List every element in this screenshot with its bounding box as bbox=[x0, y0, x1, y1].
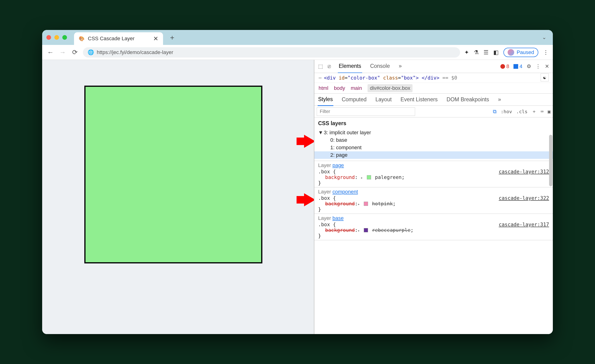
breadcrumb-main[interactable]: main bbox=[351, 85, 362, 91]
annotation-arrow-icon bbox=[304, 193, 315, 206]
toggle-layers-icon[interactable]: ⧉ bbox=[493, 109, 497, 114]
tab-close-icon[interactable]: ✕ bbox=[153, 35, 158, 42]
minimize-window-button[interactable] bbox=[54, 35, 59, 40]
layer-outer[interactable]: ▼ 3: implicit outer layer bbox=[318, 129, 549, 136]
new-rule-icon[interactable]: ＋ bbox=[532, 108, 536, 115]
paint-icon[interactable]: ⌨ bbox=[541, 109, 544, 114]
avatar-icon bbox=[508, 49, 514, 56]
subtab-computed[interactable]: Computed bbox=[341, 94, 367, 105]
layer-link-component[interactable]: component bbox=[333, 189, 358, 195]
maximize-window-button[interactable] bbox=[62, 35, 67, 40]
layer-item-page[interactable]: 2: page bbox=[314, 151, 553, 159]
reload-button[interactable]: ⟳ bbox=[71, 48, 79, 56]
color-swatch-icon[interactable] bbox=[364, 228, 368, 232]
subtab-layout[interactable]: Layout bbox=[375, 94, 392, 105]
tabs-dropdown-icon[interactable]: ⌄ bbox=[542, 34, 546, 41]
rule-selector: .box { bbox=[318, 169, 336, 174]
subtab-styles[interactable]: Styles bbox=[318, 93, 333, 106]
error-count-badge[interactable]: 8 bbox=[500, 63, 509, 69]
device-toggle-icon[interactable]: ⎚ bbox=[328, 63, 331, 69]
source-link[interactable]: cascade-layer:312 bbox=[499, 169, 549, 174]
tab-favicon-icon: 🎨 bbox=[79, 36, 85, 41]
forward-button[interactable]: → bbox=[59, 49, 67, 56]
accessibility-icon[interactable]: ☯ bbox=[541, 74, 549, 81]
css-property: background bbox=[325, 201, 355, 206]
panel-icon[interactable]: ◧ bbox=[493, 49, 499, 56]
close-devtools-icon[interactable]: ✕ bbox=[545, 63, 549, 69]
caret-down-icon: ▼ bbox=[318, 130, 322, 136]
devtools-panel: ⬚ ⎚ Elements Console » 8 4 ⚙ ⋮ ✕ ⋯ bbox=[314, 60, 553, 334]
styles-subtabs: Styles Computed Layout Event Listeners D… bbox=[314, 94, 553, 106]
browser-window: 🎨 CSS Cascade Layer ✕ ＋ ⌄ ← → ⟳ 🌐 https:… bbox=[42, 30, 553, 334]
styles-filter-input[interactable] bbox=[317, 107, 415, 116]
site-info-icon[interactable]: 🌐 bbox=[88, 49, 94, 55]
rule-selector: .box { bbox=[318, 195, 336, 201]
annotation-arrow-icon bbox=[304, 135, 315, 148]
playlist-icon[interactable]: ☰ bbox=[483, 49, 489, 56]
tab-elements[interactable]: Elements bbox=[338, 60, 362, 73]
ellipsis-icon: ⋯ bbox=[319, 75, 322, 81]
cls-toggle[interactable]: .cls bbox=[516, 109, 528, 114]
rule-selector: .box { bbox=[318, 222, 336, 227]
tab-title: CSS Cascade Layer bbox=[88, 35, 150, 42]
address-bar[interactable]: 🌐 https://jec.fyi/demo/cascade-layer bbox=[83, 47, 460, 58]
breadcrumb-html[interactable]: html bbox=[319, 85, 328, 91]
breadcrumb-selected[interactable]: div#color-box.box bbox=[368, 84, 412, 92]
computed-panel-icon[interactable]: ▣ bbox=[548, 109, 551, 114]
new-tab-button[interactable]: ＋ bbox=[169, 33, 176, 42]
back-button[interactable]: ← bbox=[46, 49, 54, 56]
layer-item-base[interactable]: 0: base bbox=[330, 136, 549, 144]
subtab-dom-breakpoints[interactable]: DOM Breakpoints bbox=[446, 94, 489, 105]
tab-overflow-icon[interactable]: » bbox=[398, 60, 403, 73]
window-controls bbox=[46, 35, 67, 40]
css-value: hotpink bbox=[372, 201, 393, 206]
rule-block[interactable]: Layer base .box { cascade-layer:317 back… bbox=[314, 214, 553, 240]
style-rules: Layer page .box { cascade-layer:312 back… bbox=[314, 161, 553, 334]
close-window-button[interactable] bbox=[46, 35, 51, 40]
color-swatch-icon[interactable] bbox=[367, 175, 371, 179]
elements-dom-line[interactable]: ⋯ <div id="color-box" class="box"> </div… bbox=[314, 73, 553, 83]
css-value: palegreen bbox=[375, 174, 402, 180]
source-link[interactable]: cascade-layer:317 bbox=[499, 222, 549, 227]
kebab-menu-icon[interactable]: ⋮ bbox=[543, 49, 549, 56]
browser-tab[interactable]: 🎨 CSS Cascade Layer ✕ bbox=[74, 32, 163, 45]
paused-label: Paused bbox=[517, 49, 534, 55]
css-value: rebeccapurple bbox=[372, 227, 411, 233]
url-text: https://jec.fyi/demo/cascade-layer bbox=[97, 49, 173, 55]
css-layers-title: CSS layers bbox=[318, 119, 549, 129]
breadcrumb-body[interactable]: body bbox=[334, 85, 345, 91]
layer-link-page[interactable]: page bbox=[333, 162, 344, 168]
rule-block[interactable]: Layer component .box { cascade-layer:322… bbox=[314, 187, 553, 214]
color-swatch-icon[interactable] bbox=[364, 202, 368, 206]
flask-icon[interactable]: ⚗ bbox=[474, 49, 479, 56]
tab-strip: 🎨 CSS Cascade Layer ✕ ＋ ⌄ bbox=[42, 30, 553, 45]
styles-filter-row: ⧉ :hov .cls ＋ ⌨ ▣ bbox=[314, 106, 553, 117]
devtools-main-tabs: Elements Console » bbox=[338, 60, 403, 73]
settings-icon[interactable]: ⚙ bbox=[527, 63, 531, 69]
layer-link-base[interactable]: base bbox=[333, 215, 344, 221]
subtab-overflow-icon[interactable]: » bbox=[497, 94, 502, 105]
css-property: background bbox=[325, 227, 355, 233]
css-layers-section: CSS layers ▼ 3: implicit outer layer 0: … bbox=[314, 117, 553, 161]
scrollbar[interactable] bbox=[549, 135, 552, 186]
more-icon[interactable]: ⋮ bbox=[536, 63, 541, 69]
browser-toolbar: ← → ⟳ 🌐 https://jec.fyi/demo/cascade-lay… bbox=[42, 45, 553, 60]
info-count-badge[interactable]: 4 bbox=[513, 63, 522, 69]
subtab-event-listeners[interactable]: Event Listeners bbox=[400, 94, 438, 105]
css-property: background bbox=[325, 174, 355, 180]
tab-console[interactable]: Console bbox=[369, 60, 391, 73]
inspect-icon[interactable]: ⬚ bbox=[318, 63, 323, 69]
toolbar-actions: ✦ ⚗ ☰ ◧ Paused ⋮ bbox=[464, 48, 549, 57]
rule-block[interactable]: Layer page .box { cascade-layer:312 back… bbox=[314, 161, 553, 187]
hov-toggle[interactable]: :hov bbox=[501, 109, 512, 114]
extensions-icon[interactable]: ✦ bbox=[464, 49, 469, 56]
devtools-toolbar: ⬚ ⎚ Elements Console » 8 4 ⚙ ⋮ ✕ bbox=[314, 60, 553, 73]
breadcrumb: html body main div#color-box.box bbox=[314, 83, 553, 94]
content-area: ⬚ ⎚ Elements Console » 8 4 ⚙ ⋮ ✕ ⋯ bbox=[42, 60, 553, 334]
layer-item-component[interactable]: 1: component bbox=[330, 144, 549, 151]
debugger-paused-pill[interactable]: Paused bbox=[503, 48, 538, 57]
color-box bbox=[84, 86, 262, 263]
source-link[interactable]: cascade-layer:322 bbox=[499, 195, 549, 201]
page-viewport bbox=[42, 60, 314, 334]
